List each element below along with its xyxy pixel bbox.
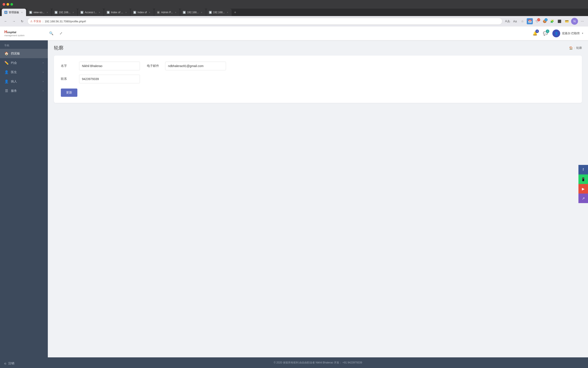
sidebar-item-dashboard[interactable]: 🏠 挡泥板 [0,49,48,58]
puzzle-ext-icon[interactable]: 🧩 [549,18,555,24]
messages-button[interactable]: 💬 3 [542,30,549,37]
sidebar-label-appointment: 约会 [11,61,41,65]
address-text: 192.168.56.31:7080/profile.php#! [45,20,86,23]
tab-close-6[interactable]: × [148,11,151,14]
traffic-lights [3,3,13,6]
facebook-button[interactable]: f [578,165,588,175]
tab-favicon-6: 📄 [133,11,136,14]
main-content: 轮廓 🏠 / 轮廓 名字 电子邮件 [48,40,588,368]
social-sidebar: f 📱 ▶ ↗ [578,165,588,203]
address-bar: ← → ↻ ⚠ 不安全 | 192.168.56.31:7080/profile… [0,16,588,27]
tab-label-2: view-so... [33,11,45,14]
sidebar-item-patient[interactable]: 👤 病人 › [0,77,48,86]
sidebar-ext-icon[interactable]: ⬛ [556,18,562,24]
tab-favicon-8: 📄 [183,11,186,14]
tab-9[interactable]: 📄 192.168... × [206,9,232,16]
maximize-traffic-light[interactable] [10,3,13,6]
content-wrapper: 导航 🏠 挡泥板 ✏️ 约会 › 👤 医生 › 👤 病人 › ☰ [0,40,588,368]
tab-close-7[interactable]: × [174,11,177,14]
forward-button[interactable]: → [11,18,17,24]
translate-icon[interactable]: Aあ [505,18,511,24]
page-header: 轮廓 🏠 / 轮廓 [48,40,588,53]
bookmark-icon[interactable]: ☆ [519,18,525,24]
page-footer: © 2020 保留所有权利 由自由职业者 Nikhil Bhalerao 开发：… [48,357,588,368]
name-label: 名字 [61,64,74,68]
sidebar-label-doctor: 医生 [11,70,41,74]
profile-card: 名字 电子邮件 联系 更新 [54,55,582,103]
share-button[interactable]: ↗ [578,193,588,203]
cookie-ext-icon[interactable]: 🍪 1 [541,18,548,24]
tab-close-dashboard[interactable]: × [20,11,23,14]
sidebar-item-appointment[interactable]: ✏️ 约会 › [0,58,48,67]
email-label: 电子邮件 [147,64,160,68]
breadcrumb-current: 轮廓 [576,46,582,50]
shield-badge: 17 [537,18,540,21]
tab-close-5[interactable]: × [125,11,127,14]
youtube-icon: ▶ [582,187,585,191]
sidebar-label-service: 服务 [11,89,41,93]
contact-field-group: 联系 [61,75,140,83]
tab-close-3[interactable]: × [72,11,75,14]
top-nav: Hospital management system 🔍 ⤢ 🔔 5 💬 3 👤… [0,27,588,40]
tab-8[interactable]: 📄 192.168... × [180,9,206,16]
email-input[interactable] [165,62,226,70]
update-button[interactable]: 更新 [61,89,77,97]
sidebar: 导航 🏠 挡泥板 ✏️ 约会 › 👤 医生 › 👤 病人 › ☰ [0,40,48,368]
tab-favicon-7: ⚙ [157,11,160,14]
tab-4[interactable]: 📄 Access l... × [78,9,104,16]
new-tab-button[interactable]: + [232,9,238,15]
minimize-traffic-light[interactable] [7,3,9,6]
notifications-button[interactable]: 🔔 5 [531,30,539,37]
tab-5[interactable]: 📄 Index of ... × [104,9,130,16]
tab-favicon-9: 📄 [209,11,212,14]
name-input[interactable] [79,62,140,70]
nav-tools: 🔍 ⤢ [48,30,64,37]
browser-profile-button[interactable]: N [571,18,578,25]
security-label: 不安全 [33,19,41,23]
tab-close-4[interactable]: × [98,11,101,14]
youtube-button[interactable]: ▶ [578,184,588,193]
tab-close-2[interactable]: × [46,11,49,14]
more-options-icon[interactable]: ⋯ [579,18,585,24]
tab-2[interactable]: 📄 view-so... × [27,9,51,16]
tab-dashboard[interactable]: 🏥 管理面板 × [2,9,26,16]
logo-h: H [4,30,7,34]
sidebar-label-dashboard: 挡泥板 [11,52,43,55]
email-field-group: 电子邮件 [147,62,226,70]
expand-button[interactable]: ⤢ [57,30,64,37]
sidebar-item-doctor[interactable]: 👤 医生 › [0,67,48,77]
user-info[interactable]: 👤 尼基尔·巴勒劳 ▼ [552,29,584,37]
tab-7[interactable]: ⚙ Admin P... × [154,9,180,16]
user-avatar: 👤 [552,29,560,37]
refresh-button[interactable]: ↻ [19,18,25,24]
shield-ext-icon[interactable]: 🛡 17 [534,18,540,24]
sidebar-item-service[interactable]: ☰ 服务 › [0,86,48,95]
wallet-ext-icon[interactable]: 💳 [564,18,570,24]
tab-label-7: Admin P... [161,11,173,14]
back-button[interactable]: ← [3,18,9,24]
tab-close-9[interactable]: × [226,11,229,14]
reader-mode-icon[interactable]: Aa [512,18,518,24]
address-actions: Aあ Aa ☆ 📅 🛡 17 🍪 1 🧩 ⬛ 💳 N ⋯ [505,18,585,25]
tab-label-8: 192.168... [187,11,199,14]
tab-6[interactable]: 📄 Index of × [131,9,154,16]
tab-close-8[interactable]: × [200,11,203,14]
page-title: 轮廓 [54,45,63,51]
tab-label-4: Access l... [85,11,97,14]
search-button[interactable]: 🔍 [48,30,55,37]
footer-text: © 2020 保留所有权利 由自由职业者 Nikhil Bhalerao 开发：… [274,361,362,364]
whatsapp-button[interactable]: 📱 [578,175,588,184]
warning-icon: ⚠ [30,20,33,23]
logo-area: Hospital management system [4,30,48,37]
address-field[interactable]: ⚠ 不安全 | 192.168.56.31:7080/profile.php#! [27,18,502,25]
logo-text: Hospital management system [4,30,25,37]
logout-button[interactable]: ⎋ 注销 [0,359,48,368]
address-separator: | [43,20,43,23]
sidebar-label-patient: 病人 [11,80,41,83]
calendar-ext-icon[interactable]: 📅 [527,18,533,24]
form-row-name-email: 名字 电子邮件 [61,62,575,70]
logout-icon: ⎋ [4,362,6,365]
tab-3[interactable]: 📄 192.168... × [52,9,77,16]
close-traffic-light[interactable] [3,3,5,6]
contact-input[interactable] [79,75,140,83]
